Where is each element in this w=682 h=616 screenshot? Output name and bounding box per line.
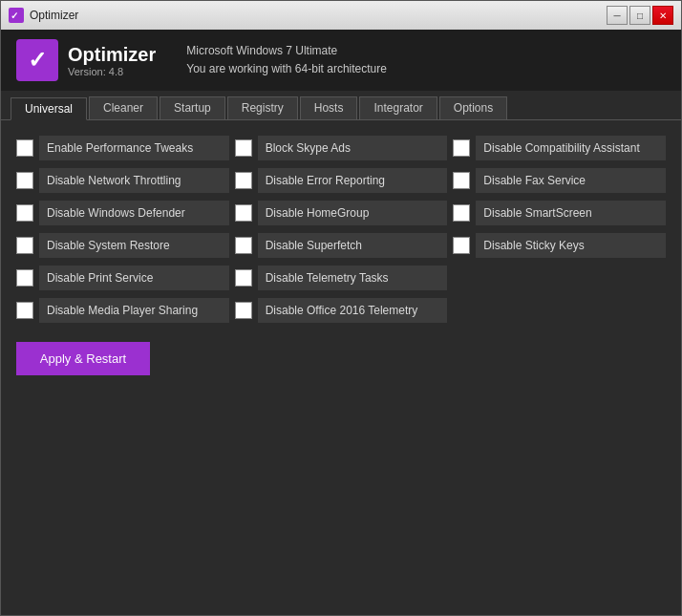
tab-universal[interactable]: Universal: [11, 97, 87, 120]
title-bar: ✓ Optimizer ─ □ ✕: [1, 1, 681, 30]
checkbox-disable-superfetch[interactable]: [235, 237, 252, 254]
title-bar-buttons: ─ □ ✕: [607, 6, 673, 25]
main-window: ✓ Optimizer ─ □ ✕ ✓ Optimizer Version: 4…: [0, 0, 682, 616]
list-item: Disable Fax Service: [453, 168, 666, 193]
app-logo: ✓: [16, 39, 58, 81]
svg-text:✓: ✓: [11, 11, 18, 21]
list-item: Block Skype Ads: [235, 136, 448, 160]
list-item: Disable Superfetch: [235, 233, 448, 258]
list-item: Disable Windows Defender: [16, 201, 229, 225]
list-item: Disable Error Reporting: [235, 168, 448, 193]
tab-cleaner[interactable]: Cleaner: [89, 96, 158, 119]
checkbox-disable-compatibility-assistant[interactable]: [453, 139, 470, 157]
checkbox-disable-homegroup[interactable]: [235, 204, 252, 222]
apply-restart-button[interactable]: Apply & Restart: [16, 342, 150, 375]
app-version: Version: 4.8: [68, 66, 156, 77]
checkbox-disable-print-service[interactable]: [16, 269, 33, 287]
checkbox-disable-media-player-sharing[interactable]: [16, 302, 33, 319]
checkbox-disable-windows-defender[interactable]: [16, 204, 33, 222]
list-item: Disable Print Service: [16, 266, 229, 290]
label-disable-print-service[interactable]: Disable Print Service: [39, 266, 229, 290]
checkbox-disable-telemetry-tasks[interactable]: [235, 269, 252, 287]
label-disable-system-restore[interactable]: Disable System Restore: [39, 233, 229, 258]
checkbox-disable-error-reporting[interactable]: [235, 172, 252, 189]
label-disable-smartscreen[interactable]: Disable SmartScreen: [476, 201, 666, 225]
content-spacer: [16, 387, 666, 600]
title-bar-icon: ✓: [9, 8, 24, 23]
list-item: Disable HomeGroup: [235, 201, 448, 225]
label-disable-network-throttling[interactable]: Disable Network Throttling: [39, 168, 229, 193]
list-item: Disable System Restore: [16, 233, 229, 258]
label-block-skype-ads[interactable]: Block Skype Ads: [258, 136, 448, 160]
list-item: Disable Sticky Keys: [453, 233, 666, 258]
apply-button-wrapper: Apply & Restart: [16, 334, 666, 375]
app-name-block: Optimizer Version: 4.8: [68, 44, 156, 77]
options-grid: Enable Performance Tweaks Block Skype Ad…: [16, 136, 666, 323]
label-disable-error-reporting[interactable]: Disable Error Reporting: [258, 168, 448, 193]
app-header: ✓ Optimizer Version: 4.8 Microsoft Windo…: [1, 30, 681, 91]
list-item-empty: [453, 266, 666, 290]
app-title: Optimizer: [68, 44, 156, 66]
checkbox-disable-sticky-keys[interactable]: [453, 237, 470, 254]
system-line1: Microsoft Windows 7 Ultimate: [186, 42, 387, 60]
label-enable-performance-tweaks[interactable]: Enable Performance Tweaks: [39, 136, 229, 160]
logo-area: ✓ Optimizer Version: 4.8: [16, 39, 156, 81]
checkbox-enable-performance-tweaks[interactable]: [16, 139, 33, 157]
label-disable-media-player-sharing[interactable]: Disable Media Player Sharing: [39, 298, 229, 323]
tab-bar: Universal Cleaner Startup Registry Hosts…: [1, 91, 681, 120]
tab-integrator[interactable]: Integrator: [359, 96, 437, 119]
list-item: Disable Media Player Sharing: [16, 298, 229, 323]
list-item-empty: [453, 298, 666, 323]
tab-registry[interactable]: Registry: [227, 96, 298, 119]
minimize-button[interactable]: ─: [607, 6, 628, 25]
main-content: Enable Performance Tweaks Block Skype Ad…: [1, 120, 681, 615]
maximize-button[interactable]: □: [629, 6, 650, 25]
label-disable-windows-defender[interactable]: Disable Windows Defender: [39, 201, 229, 225]
system-line2: You are working with 64-bit architecture: [186, 60, 387, 78]
title-bar-text: Optimizer: [30, 9, 607, 22]
tab-hosts[interactable]: Hosts: [300, 96, 358, 119]
list-item: Disable Network Throttling: [16, 168, 229, 193]
label-disable-office-2016-telemetry[interactable]: Disable Office 2016 Telemetry: [258, 298, 448, 323]
app-system-info: Microsoft Windows 7 Ultimate You are wor…: [186, 42, 387, 78]
list-item: Disable SmartScreen: [453, 201, 666, 225]
tab-options[interactable]: Options: [439, 96, 507, 119]
checkbox-disable-office-2016-telemetry[interactable]: [235, 302, 252, 319]
list-item: Disable Telemetry Tasks: [235, 266, 448, 290]
label-disable-fax-service[interactable]: Disable Fax Service: [476, 168, 666, 193]
label-disable-compatibility-assistant[interactable]: Disable Compatibility Assistant: [476, 136, 666, 160]
list-item: Disable Office 2016 Telemetry: [235, 298, 448, 323]
label-disable-superfetch[interactable]: Disable Superfetch: [258, 233, 448, 258]
list-item: Enable Performance Tweaks: [16, 136, 229, 160]
checkbox-disable-smartscreen[interactable]: [453, 204, 470, 222]
checkbox-disable-network-throttling[interactable]: [16, 172, 33, 189]
checkbox-block-skype-ads[interactable]: [235, 139, 252, 157]
checkbox-disable-fax-service[interactable]: [453, 172, 470, 189]
close-button[interactable]: ✕: [652, 6, 673, 25]
tab-startup[interactable]: Startup: [160, 96, 225, 119]
label-disable-sticky-keys[interactable]: Disable Sticky Keys: [476, 233, 666, 258]
list-item: Disable Compatibility Assistant: [453, 136, 666, 160]
label-disable-homegroup[interactable]: Disable HomeGroup: [258, 201, 448, 225]
checkbox-disable-system-restore[interactable]: [16, 237, 33, 254]
label-disable-telemetry-tasks[interactable]: Disable Telemetry Tasks: [258, 266, 448, 290]
